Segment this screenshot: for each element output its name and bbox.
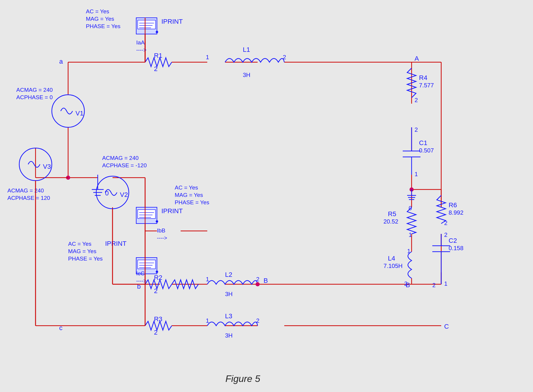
l1-label: L1 [243,46,250,53]
r4-label: R4 [419,74,427,81]
r4-node2: 2 [415,97,418,103]
r6c2-node-B: 2 [432,282,436,288]
node-B-right: B [406,281,410,289]
circuit-diagram: a A b B c C V1 ACMAG = 240 ACPHASE = 0 V… [0,0,533,392]
r6-label: R6 [449,201,457,209]
svg-point-70 [156,220,158,223]
iprint2-arrow: ----> [157,235,167,241]
l4-node1: 1 [407,248,410,254]
iprint3-ac: AC = Yes [68,241,91,247]
l3-value: 3H [225,332,233,339]
l2-node2: 2 [256,276,259,282]
ground-label: 0 [105,189,109,197]
iprint3-label: IPRINT [105,240,126,247]
r2-node1: 1 [206,276,209,282]
v1-acphase: ACPHASE = 0 [16,94,53,100]
r2-label: R2 [154,274,162,281]
svg-point-57 [256,282,260,286]
svg-point-77 [156,271,158,273]
c1-node2: 2 [415,126,418,133]
c1-label: C1 [419,139,427,147]
c2-node1: 1 [444,280,447,287]
r5-value: 20.52 [383,218,398,225]
c1-node1: 1 [415,171,418,177]
l1-A-node: 2 [283,54,286,60]
iprint1-mag: MAG = Yes [86,16,114,22]
v3-acmag: ACMAG = 240 [7,187,44,194]
v2-acmag: ACMAG = 240 [102,155,139,161]
node-a-label: a [59,58,63,65]
node-c-label: c [59,324,62,332]
node-C-label: C [444,323,449,330]
v2-acphase: ACPHASE = -120 [102,162,147,168]
l3-label: L3 [225,312,232,320]
node-B-label: B [264,277,268,284]
v1-label: V1 [76,110,84,117]
figure-caption: Figure 5 [225,373,260,384]
iprint2-mag: MAG = Yes [175,192,203,198]
iprint2-name: IbB [157,227,166,234]
v1-acmag: ACMAG = 240 [16,87,53,93]
r5-node0: 0 [409,205,412,211]
v3-acphase: ACPHASE = 120 [7,195,50,201]
r5-label: R5 [388,210,396,218]
r6-value: 8.992 [449,209,463,216]
node-A-label: A [415,55,419,62]
l3-node2: 2 [256,317,259,324]
c2-value: 0.158 [449,245,463,251]
c2-node2: 2 [444,232,447,238]
r5-node1: 1 [409,232,412,238]
r3-label: R3 [154,315,162,323]
iprint1-label: IPRINT [161,18,183,25]
r3-node2: 2 [154,329,158,336]
r4-value: 7.577 [419,82,434,89]
iprint1-phase: PHASE = Yes [86,23,121,29]
r1-l1-node: 1 [206,54,209,60]
c1-value: 0.507 [419,147,434,154]
iprint2-ac: AC = Yes [175,184,198,191]
v3-label: V3 [43,163,51,170]
iprint3-mag: MAG = Yes [68,248,97,254]
iprint3-name: IcC [136,270,145,277]
r1-label: R1 [154,52,162,59]
svg-point-63 [156,31,158,33]
l1-value: 3H [243,72,251,78]
l2-label: L2 [225,271,232,278]
r2-node2: 2 [154,287,158,295]
c2-label: C2 [449,237,457,244]
r3-node1: 1 [206,317,209,324]
r6-node2: 2 [444,220,447,226]
iprint1-ac: AC = Yes [86,8,109,15]
r1-node2: 2 [154,65,158,73]
l2-value: 3H [225,291,233,297]
l4-label: L4 [388,255,395,262]
iprint1-name: IaA [136,39,145,46]
v2-label: V2 [120,191,128,198]
iprint3-phase: PHASE = Yes [68,256,103,262]
l4-value: 7.105H [383,263,403,269]
iprint2-label: IPRINT [161,207,183,215]
iprint2-phase: PHASE = Yes [175,199,209,205]
